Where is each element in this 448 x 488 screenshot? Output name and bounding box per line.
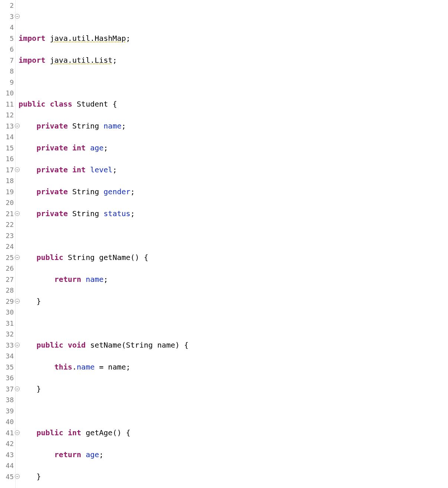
- import-path: java.util.HashMap: [50, 34, 126, 43]
- line-number: 28: [0, 285, 15, 296]
- code-line: private String status;: [19, 208, 448, 219]
- field-status: status: [104, 209, 130, 218]
- code-line: public class Student {: [19, 99, 448, 110]
- line-number: 24: [0, 241, 15, 252]
- field-level: level: [90, 165, 113, 174]
- line-number: 43: [0, 449, 15, 461]
- line-number: 40: [0, 416, 15, 427]
- line-number: 13: [0, 121, 15, 132]
- line-number: 37: [0, 384, 15, 395]
- line-number: 10: [0, 88, 15, 99]
- fold-toggle-icon[interactable]: [15, 343, 20, 348]
- line-number: 3: [0, 11, 15, 22]
- line-number: 31: [0, 318, 15, 329]
- line-number: 4: [0, 22, 15, 33]
- line-number: 5: [0, 33, 15, 44]
- line-number: 19: [0, 186, 15, 198]
- code-line: public String getName() {: [19, 252, 448, 263]
- line-number: 14: [0, 131, 15, 143]
- line-number: 32: [0, 329, 15, 340]
- code-line: [19, 318, 448, 329]
- method-getAge: getAge: [86, 428, 113, 437]
- fold-toggle-icon[interactable]: [15, 124, 20, 128]
- line-number: 36: [0, 372, 15, 384]
- line-number: 42: [0, 438, 15, 449]
- fold-toggle-icon[interactable]: [15, 299, 20, 304]
- line-number: 11: [0, 99, 15, 110]
- line-number: 34: [0, 351, 15, 362]
- keyword-import: import: [19, 34, 45, 43]
- line-number: 39: [0, 406, 15, 417]
- field-name: name: [104, 121, 121, 130]
- line-number: 6: [0, 44, 15, 55]
- fold-toggle-icon[interactable]: [15, 14, 20, 19]
- method-setName: setName: [90, 341, 121, 349]
- line-number: 22: [0, 219, 15, 230]
- code-line: return age;: [19, 449, 448, 461]
- code-line: public int getAge() {: [19, 427, 448, 439]
- line-number: 29: [0, 296, 15, 307]
- line-number: 41: [0, 427, 15, 439]
- line-number: 45: [0, 471, 15, 482]
- code-line: private int age;: [19, 143, 448, 154]
- field-gender: gender: [104, 187, 130, 196]
- code-line: import java.util.List;: [19, 55, 448, 66]
- line-number: 16: [0, 153, 15, 165]
- line-number: 25: [0, 252, 15, 263]
- code-line: }: [19, 296, 448, 307]
- line-number: 38: [0, 394, 15, 406]
- line-number: 30: [0, 307, 15, 318]
- line-number: 23: [0, 230, 15, 241]
- method-getName: getName: [99, 253, 130, 262]
- code-line: [19, 11, 448, 22]
- line-number: 8: [0, 66, 15, 77]
- code-line: return name;: [19, 274, 448, 285]
- line-number: 35: [0, 362, 15, 373]
- line-number: 15: [0, 143, 15, 154]
- fold-toggle-icon[interactable]: [15, 430, 20, 435]
- code-line: private int level;: [19, 165, 448, 176]
- code-line: [19, 406, 448, 417]
- line-number: 12: [0, 110, 15, 121]
- line-number: 7: [0, 55, 15, 66]
- line-number: 2: [0, 0, 15, 11]
- import-path: java.util.List: [50, 56, 113, 65]
- code-editor[interactable]: import java.util.HashMap; import java.ut…: [16, 0, 448, 488]
- fold-toggle-icon[interactable]: [15, 387, 20, 391]
- code-line: import java.util.HashMap;: [19, 33, 448, 44]
- fold-toggle-icon[interactable]: [15, 255, 20, 260]
- code-line: private String gender;: [19, 186, 448, 198]
- code-line: [19, 230, 448, 241]
- code-line: }: [19, 471, 448, 482]
- field-age: age: [90, 143, 104, 152]
- code-line: [19, 77, 448, 88]
- fold-toggle-icon[interactable]: [15, 474, 20, 479]
- code-line: private String name;: [19, 121, 448, 132]
- line-number: 20: [0, 197, 15, 208]
- code-line: this.name = name;: [19, 362, 448, 373]
- line-number: 33: [0, 340, 15, 351]
- line-number: 27: [0, 274, 15, 285]
- fold-toggle-icon[interactable]: [15, 167, 20, 172]
- line-number: 17: [0, 165, 15, 176]
- code-line: }: [19, 384, 448, 395]
- line-number: 18: [0, 175, 15, 186]
- line-gutter: 2345678910111213141516171819202122232425…: [0, 0, 16, 488]
- line-number: 26: [0, 263, 15, 274]
- fold-toggle-icon[interactable]: [15, 211, 20, 216]
- line-number: 9: [0, 77, 15, 88]
- code-line: public void setName(String name) {: [19, 340, 448, 351]
- class-name: Student: [77, 100, 108, 108]
- line-number: 21: [0, 208, 15, 219]
- line-number: 44: [0, 460, 15, 471]
- keyword-import: import: [19, 56, 45, 65]
